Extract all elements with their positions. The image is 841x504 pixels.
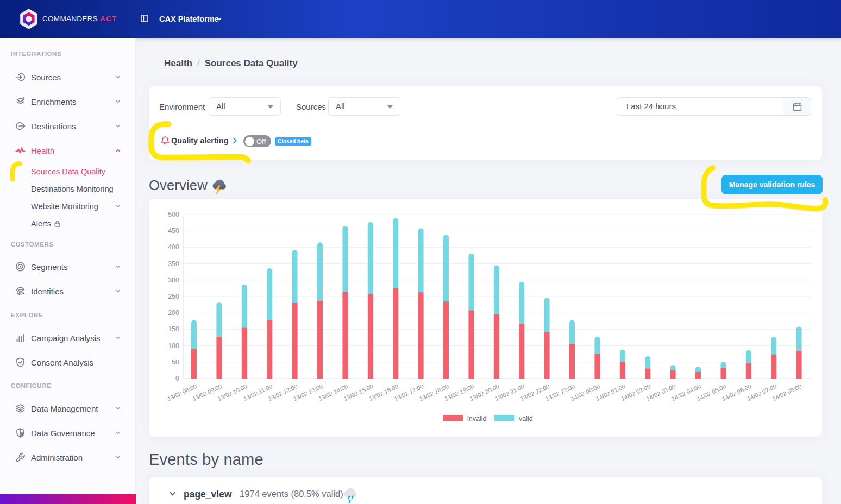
svg-text:invalid: invalid (467, 415, 486, 423)
svg-text:450: 450 (168, 227, 179, 235)
svg-text:300: 300 (168, 276, 179, 284)
svg-text:0: 0 (175, 375, 179, 382)
svg-text:150: 150 (168, 325, 179, 333)
svg-text:400: 400 (168, 243, 179, 251)
svg-text:100: 100 (168, 342, 179, 350)
svg-text:350: 350 (168, 260, 179, 268)
svg-text:250: 250 (168, 293, 179, 300)
svg-text:500: 500 (168, 211, 179, 218)
svg-text:200: 200 (168, 309, 179, 317)
svg-text:valid: valid (519, 415, 533, 423)
svg-text:50: 50 (172, 358, 179, 366)
